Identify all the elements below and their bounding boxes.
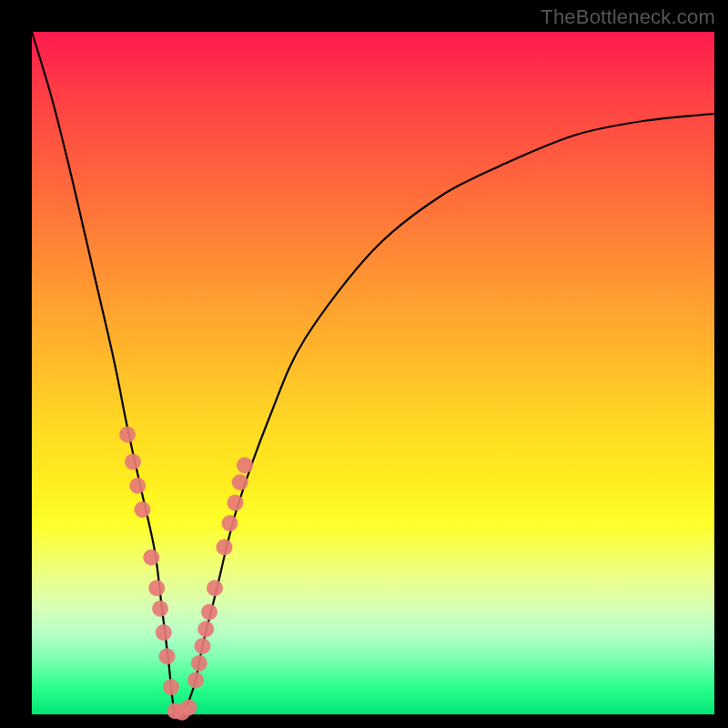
data-marker [232, 474, 248, 490]
data-marker [135, 501, 151, 518]
plot-area [32, 32, 714, 714]
data-marker [201, 604, 217, 621]
data-marker [228, 495, 244, 511]
curve-line [32, 32, 714, 716]
data-marker [148, 580, 165, 596]
bottleneck-curve [32, 32, 714, 714]
data-marker [156, 624, 172, 641]
marker-layer [119, 427, 253, 721]
data-marker [187, 672, 204, 689]
chart-frame: TheBottleneck.com [0, 0, 728, 728]
data-marker [163, 679, 179, 695]
data-marker [237, 457, 253, 473]
data-marker [222, 515, 238, 531]
data-marker [119, 427, 136, 443]
data-marker [152, 601, 168, 617]
attribution-label: TheBottleneck.com [541, 5, 715, 29]
data-marker [197, 621, 214, 637]
data-marker [195, 638, 211, 654]
data-marker [217, 539, 233, 555]
data-marker [207, 580, 223, 596]
data-marker [159, 648, 176, 664]
data-marker [191, 655, 207, 672]
data-marker [181, 700, 197, 716]
data-marker [129, 478, 146, 494]
data-marker [143, 550, 159, 566]
data-marker [125, 454, 141, 470]
